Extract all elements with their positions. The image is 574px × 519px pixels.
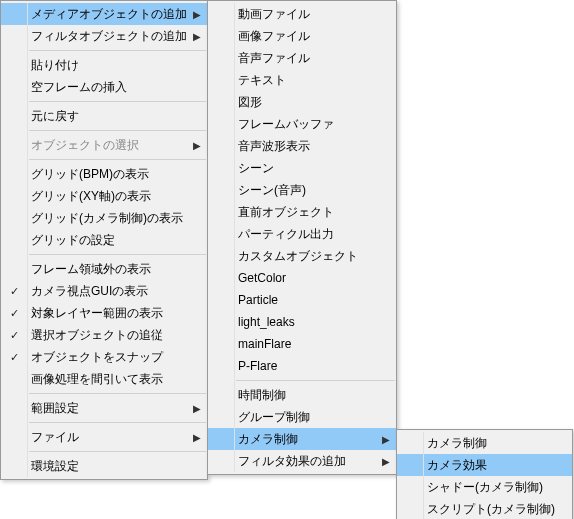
menu2-item-item[interactable]: カメラ制御▶	[208, 428, 396, 450]
menu-item-label: グループ制御	[234, 409, 376, 426]
menu-item-label: 範囲設定	[27, 400, 187, 417]
menu2-item-item[interactable]: フレームバッファ	[208, 113, 396, 135]
menu1-item-item[interactable]: 空フレームの挿入	[1, 76, 207, 98]
menu1-item-item[interactable]: メディアオブジェクトの追加▶	[1, 3, 207, 25]
menu-item-label: 元に戻す	[27, 108, 187, 125]
check-icon: ✓	[10, 285, 19, 298]
menu-separator	[29, 254, 206, 255]
menu2-item-item[interactable]: シーン	[208, 157, 396, 179]
menu-separator	[29, 422, 206, 423]
menu2-item-item[interactable]: 音声ファイル	[208, 47, 396, 69]
menu-item-label: カメラ制御	[234, 431, 376, 448]
menu2-item-particle[interactable]: Particle	[208, 289, 396, 311]
menu-item-label: フィルタ効果の追加	[234, 453, 376, 470]
submenu-arrow-icon: ▶	[376, 434, 390, 445]
menu-item-label: グリッド(BPM)の表示	[27, 166, 187, 183]
menu2-item-item[interactable]: カスタムオブジェクト	[208, 245, 396, 267]
menu-item-label: 選択オブジェクトの追従	[27, 327, 187, 344]
menu-item-label: 画像処理を間引いて表示	[27, 371, 187, 388]
menu-item-gutter: ✓	[1, 329, 27, 342]
menu1-item-item[interactable]: フレーム領域外の表示	[1, 258, 207, 280]
menu1-item-item: オブジェクトの選択▶	[1, 134, 207, 156]
menu1-item-item[interactable]: フィルタオブジェクトの追加▶	[1, 25, 207, 47]
menu1-item-item[interactable]: ✓オブジェクトをスナップ	[1, 346, 207, 368]
menu-item-gutter: ✓	[1, 307, 27, 320]
menu2-item-item[interactable]: 時間制御	[208, 384, 396, 406]
menu2-item-item[interactable]: フィルタ効果の追加▶	[208, 450, 396, 472]
menu-item-label: カメラ効果	[423, 457, 552, 474]
menu2-item-item[interactable]: シーン(音声)	[208, 179, 396, 201]
menu-item-label: P-Flare	[234, 359, 376, 373]
menu-item-label: 音声波形表示	[234, 138, 376, 155]
menu2-item-item[interactable]: 図形	[208, 91, 396, 113]
menu-item-label: シーン(音声)	[234, 182, 376, 199]
menu-item-gutter: ✓	[1, 285, 27, 298]
menu1-item-item[interactable]: 貼り付け	[1, 54, 207, 76]
menu-item-label: カメラ制御	[423, 435, 552, 452]
menu2-item-item[interactable]: グループ制御	[208, 406, 396, 428]
menu2-item-mainflare[interactable]: mainFlare	[208, 333, 396, 355]
menu-item-label: 環境設定	[27, 458, 187, 475]
menu1-item-item[interactable]: グリッドの設定	[1, 229, 207, 251]
menu-item-label: フレームバッファ	[234, 116, 376, 133]
menu2-item-item[interactable]: 動画ファイル	[208, 3, 396, 25]
menu2-item-getcolor[interactable]: GetColor	[208, 267, 396, 289]
submenu-arrow-icon: ▶	[376, 456, 390, 467]
menu-item-label: カメラ視点GUIの表示	[27, 283, 187, 300]
menu1-item-item[interactable]: ✓選択オブジェクトの追従	[1, 324, 207, 346]
check-icon: ✓	[10, 329, 19, 342]
menu-item-label: 対象レイヤー範囲の表示	[27, 305, 187, 322]
submenu-arrow-icon: ▶	[187, 9, 201, 20]
menu-item-label: テキスト	[234, 72, 376, 89]
menu1-item-item[interactable]: 範囲設定▶	[1, 397, 207, 419]
menu-separator	[29, 159, 206, 160]
menu1-item-bpm[interactable]: グリッド(BPM)の表示	[1, 163, 207, 185]
menu1-item-xy[interactable]: グリッド(XY軸)の表示	[1, 185, 207, 207]
submenu-arrow-icon: ▶	[187, 140, 201, 151]
menu-item-label: GetColor	[234, 271, 376, 285]
submenu-arrow-icon: ▶	[187, 432, 201, 443]
check-icon: ✓	[10, 351, 19, 364]
menu2-item-item[interactable]: 直前オブジェクト	[208, 201, 396, 223]
menu-item-label: メディアオブジェクトの追加	[27, 6, 187, 23]
menu-separator	[29, 451, 206, 452]
menu-separator	[29, 101, 206, 102]
menu-separator	[29, 50, 206, 51]
menu-item-label: 図形	[234, 94, 376, 111]
menu-item-label: グリッドの設定	[27, 232, 187, 249]
menu1-item-item[interactable]: ファイル▶	[1, 426, 207, 448]
menu1-item-item[interactable]: 画像処理を間引いて表示	[1, 368, 207, 390]
menu2-item-item[interactable]: テキスト	[208, 69, 396, 91]
menu1-item-item[interactable]: グリッド(カメラ制御)の表示	[1, 207, 207, 229]
menu-item-label: 時間制御	[234, 387, 376, 404]
menu-item-label: スクリプト(カメラ制御)	[423, 501, 555, 518]
menu-item-label: グリッド(カメラ制御)の表示	[27, 210, 187, 227]
menu2-item-item[interactable]: パーティクル出力	[208, 223, 396, 245]
menu1-item-item[interactable]: ✓対象レイヤー範囲の表示	[1, 302, 207, 324]
menu-item-label: 音声ファイル	[234, 50, 376, 67]
menu2-item-item[interactable]: 画像ファイル	[208, 25, 396, 47]
menu-item-label: シャドー(カメラ制御)	[423, 479, 552, 496]
menu-item-label: 画像ファイル	[234, 28, 376, 45]
menu-item-label: フレーム領域外の表示	[27, 261, 187, 278]
menu-item-label: 貼り付け	[27, 57, 187, 74]
menu-item-label: シーン	[234, 160, 376, 177]
menu-item-label: 空フレームの挿入	[27, 79, 187, 96]
menu-item-label: パーティクル出力	[234, 226, 376, 243]
menu1-item-gui[interactable]: ✓カメラ視点GUIの表示	[1, 280, 207, 302]
submenu-arrow-icon: ▶	[187, 31, 201, 42]
menu-item-label: Particle	[234, 293, 376, 307]
menu-separator	[29, 130, 206, 131]
check-icon: ✓	[10, 307, 19, 320]
menu-separator	[236, 380, 395, 381]
menu-item-label: オブジェクトの選択	[27, 137, 187, 154]
context-menu-main: メディアオブジェクトの追加▶フィルタオブジェクトの追加▶貼り付け空フレームの挿入…	[0, 0, 208, 480]
menu1-item-item[interactable]: 元に戻す	[1, 105, 207, 127]
menu1-item-item[interactable]: 環境設定	[1, 455, 207, 477]
menu-item-label: light_leaks	[234, 315, 376, 329]
menu-item-label: フィルタオブジェクトの追加	[27, 28, 187, 45]
menu2-item-light-leaks[interactable]: light_leaks	[208, 311, 396, 333]
menu2-item-item[interactable]: 音声波形表示	[208, 135, 396, 157]
menu-item-label: オブジェクトをスナップ	[27, 349, 187, 366]
menu2-item-p-flare[interactable]: P-Flare	[208, 355, 396, 377]
